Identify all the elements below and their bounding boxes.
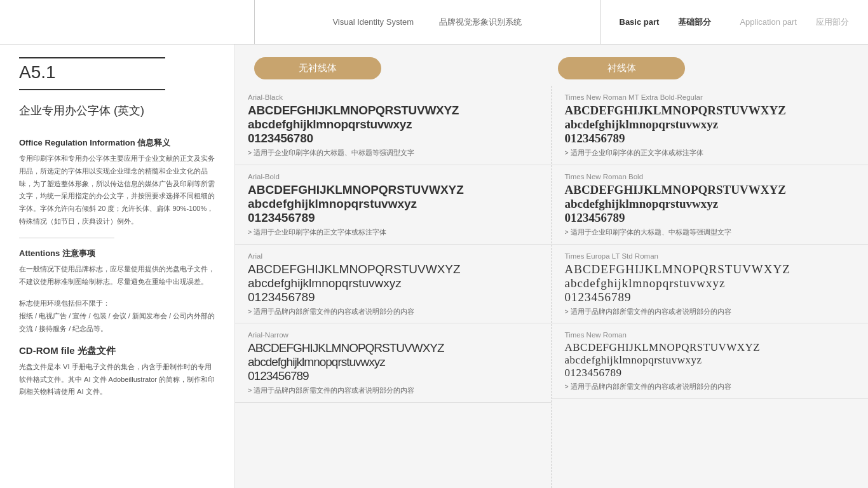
arial-bold-upper: ABCDEFGHIJKLMNOPQRSTUVWXYZ: [248, 183, 539, 197]
arial-black-name: Arial-Black: [248, 93, 539, 101]
times-regular-desc: 适用于品牌内部所需文件的内容或者说明部分的内容: [565, 382, 856, 392]
times-bold-lower: abcdefghijklmnopqrstuvwxyz: [565, 197, 856, 211]
serif-col: Times New Roman MT Extra Bold-Regular AB…: [552, 86, 869, 488]
arial-narrow-nums: 0123456789: [248, 369, 539, 383]
fonts-grid: Arial-Black ABCDEFGHIJKLMNOPQRSTUVWXYZ a…: [235, 86, 868, 488]
times-europa-name: Times Europa LT Std Roman: [565, 252, 856, 260]
times-extrabold-upper: ABCDEFGHIJKLMNOPQRSTUVWXYZ: [565, 104, 856, 118]
arial-regular-desc: 适用于品牌内部所需文件的内容或者说明部分的内容: [248, 307, 539, 317]
font-section-times-europa: Times Europa LT Std Roman ABCDEFGHIJKLMN…: [552, 245, 869, 324]
arial-black-upper: ABCDEFGHIJKLMNOPQRSTUVWXYZ: [248, 104, 539, 118]
arial-bold-name: Arial-Bold: [248, 173, 539, 180]
header-center: Visual Identity System 品牌视觉形象识别系统: [254, 0, 600, 44]
arial-narrow-lower: abcdefghijklmnopqrstuvwxyz: [248, 355, 539, 369]
attentions-title: Attentions 注意事项: [19, 248, 215, 259]
times-bold-nums: 0123456789: [565, 211, 856, 225]
cdrom-title: CD-ROM file 光盘文件: [19, 345, 215, 357]
times-extrabold-lower: abcdefghijklmnopqrstuvwxyz: [565, 118, 856, 132]
fonts-content: 无衬线体 衬线体 Arial-Black ABCDEFGHIJKLMNOPQRS…: [235, 44, 868, 488]
times-regular-upper: ABCDEFGHIJKLMNOPQRSTUVWXYZ: [565, 341, 856, 354]
basic-part-en: Basic part: [620, 17, 660, 27]
app-part-en: Application part: [740, 17, 797, 27]
attentions-text2: 标志使用环境包括但不限于： 报纸 / 电视广告 / 宣传 / 包装 / 会议 /…: [19, 297, 215, 335]
main-content: A5.1 企业专用办公字体 (英文) Office Regulation Inf…: [0, 44, 868, 488]
arial-regular-nums: 0123456789: [248, 290, 539, 304]
times-europa-desc: 适用于品牌内部所需文件的内容或者说明部分的内容: [565, 307, 856, 317]
cdrom-section: CD-ROM file 光盘文件 光盘文件是本 VI 手册电子文件的集合，内含手…: [19, 345, 215, 398]
header-right: Basic part 基础部分 Application part 应用部分: [600, 17, 850, 28]
page-number: A5.1: [19, 62, 165, 90]
divider-1: [19, 238, 114, 238]
arial-regular-upper: ABCDEFGHIJKLMNOPQRSTUVWXYZ: [248, 262, 539, 276]
times-bold-desc: 适用于企业印刷字体的大标题、中标题等强调型文字: [565, 227, 856, 238]
arial-bold-lower: abcdefghijklmnopqrstuvwxyz: [248, 197, 539, 211]
brand-cn-label: 品牌视觉形象识别系统: [439, 17, 522, 28]
page-title: 企业专用办公字体 (英文): [19, 103, 215, 118]
cdrom-text: 光盘文件是本 VI 手册电子文件的集合，内含手册制作时的专用软件格式文件。其中 …: [19, 361, 215, 398]
attentions-text1: 在一般情况下使用品牌标志，应尽量使用提供的光盘电子文件，不建议使用标准制图绘制标…: [19, 263, 215, 288]
times-regular-name: Times New Roman: [565, 331, 856, 339]
times-bold-name: Times New Roman Bold: [565, 173, 856, 180]
times-europa-lower: abcdefghijklmnopqrstuvwxyz: [565, 276, 856, 290]
sidebar: A5.1 企业专用办公字体 (英文) Office Regulation Inf…: [0, 44, 235, 488]
times-europa-nums: 0123456789: [565, 290, 856, 304]
arial-narrow-upper: ABCDEFGHIJKLMNOPQRSTUVWXYZ: [248, 341, 539, 355]
app-part-cn: 应用部分: [816, 17, 849, 28]
arial-bold-nums: 0123456789: [248, 211, 539, 225]
arial-black-nums: 0123456780: [248, 132, 539, 146]
office-title-en: Office Regulation Information 信息释义: [19, 137, 215, 149]
arial-narrow-name: Arial-Narrow: [248, 331, 539, 339]
times-extrabold-nums: 0123456789: [565, 132, 856, 146]
category-row: 无衬线体 衬线体: [235, 44, 868, 86]
arial-name: Arial: [248, 252, 539, 260]
font-section-arial-black: Arial-Black ABCDEFGHIJKLMNOPQRSTUVWXYZ a…: [235, 86, 552, 165]
visual-identity-label: Visual Identity System: [332, 17, 414, 27]
times-extrabold-name: Times New Roman MT Extra Bold-Regular: [565, 93, 856, 101]
sans-col: Arial-Black ABCDEFGHIJKLMNOPQRSTUVWXYZ a…: [235, 86, 552, 488]
arial-black-lower: abcdefghijklmnopqrstuvwxyz: [248, 118, 539, 132]
office-section: Office Regulation Information 信息释义 专用印刷字…: [19, 137, 215, 228]
arial-narrow-desc: 适用于品牌内部所需文件的内容或者说明部分的内容: [248, 386, 539, 396]
header: Visual Identity System 品牌视觉形象识别系统 Basic …: [0, 0, 868, 44]
sans-label: 无衬线体: [254, 57, 381, 79]
font-section-arial: Arial ABCDEFGHIJKLMNOPQRSTUVWXYZ abcdefg…: [235, 245, 552, 324]
arial-black-desc: 适用于企业印刷字体的大标题、中标题等强调型文字: [248, 148, 539, 158]
office-text: 专用印刷字体和专用办公字体主要应用于企业文献的正文及实务用品，所选定的字体用以实…: [19, 152, 215, 228]
serif-label: 衬线体: [558, 57, 685, 79]
times-europa-upper: ABCDEFGHIJKLMNOPQRSTUVWXYZ: [565, 262, 856, 276]
font-section-arial-bold: Arial-Bold ABCDEFGHIJKLMNOPQRSTUVWXYZ ab…: [235, 165, 552, 245]
times-regular-lower: abcdefghijklmnopqrstuvwxyz: [565, 354, 856, 367]
times-extrabold-desc: 适用于企业印刷字体的正文字体或标注字体: [565, 148, 856, 158]
times-bold-upper: ABCDEFGHIJKLMNOPQRSTUVWXYZ: [565, 183, 856, 197]
font-section-times-extrabold: Times New Roman MT Extra Bold-Regular AB…: [552, 86, 869, 165]
times-regular-nums: 0123456789: [565, 367, 856, 379]
basic-part-cn: 基础部分: [678, 17, 711, 28]
top-line: [19, 57, 165, 58]
font-section-times-bold: Times New Roman Bold ABCDEFGHIJKLMNOPQRS…: [552, 165, 869, 245]
attentions-section: Attentions 注意事项 在一般情况下使用品牌标志，应尽量使用提供的光盘电…: [19, 248, 215, 336]
arial-bold-desc: 适用于企业印刷字体的正文字体或标注字体: [248, 227, 539, 238]
arial-regular-lower: abcdefghijklmnopqrstuvwxyz: [248, 276, 539, 290]
font-section-times-regular: Times New Roman ABCDEFGHIJKLMNOPQRSTUVWX…: [552, 323, 869, 399]
font-section-arial-narrow: Arial-Narrow ABCDEFGHIJKLMNOPQRSTUVWXYZ …: [235, 323, 552, 403]
